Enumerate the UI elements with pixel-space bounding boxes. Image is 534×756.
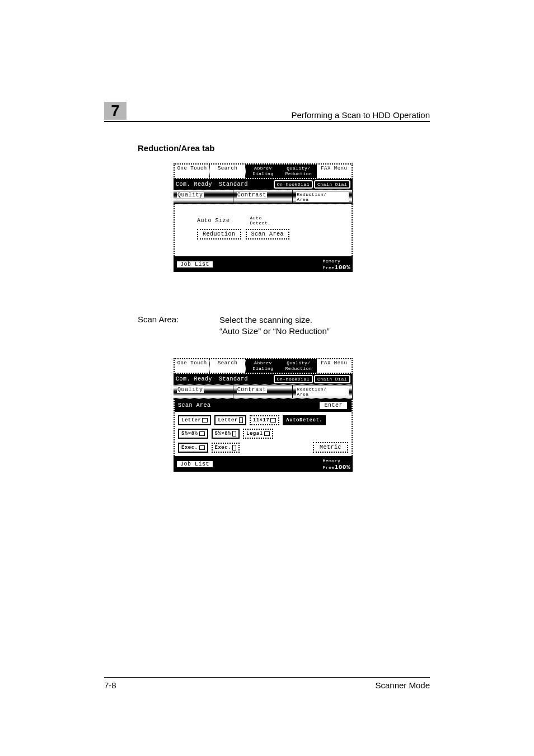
portrait-icon [232,431,236,436]
tab-search-2[interactable]: Search [210,359,245,373]
reduction-button[interactable]: Reduction [197,229,241,240]
page-number: 7-8 [104,680,116,690]
size-letter-portrait[interactable]: Letter [214,415,246,425]
sub-tabs-2: Quality Contrast Reduction/Area [174,384,353,399]
footer-title: Scanner Mode [375,680,430,690]
tab-fax-menu[interactable]: FAX Menu [317,165,352,178]
enter-button[interactable]: Enter [318,401,348,410]
desc-label: Scan Area: [138,314,199,337]
size-exec-landscape[interactable]: Exec. [178,443,208,453]
landscape-icon [264,431,270,436]
top-tabs: One Touch Search AbbrevDialing Quality/R… [174,163,353,179]
tab-search[interactable]: Search [210,165,245,178]
section-title: Reduction/Area tab [138,143,215,153]
tab-quality-reduction[interactable]: Quality/Reduction [281,165,316,178]
top-tabs-2: One Touch Search AbbrevDialing Quality/R… [174,358,353,374]
onhook-pill-2[interactable]: On-hookDial [274,375,313,383]
job-list-button-2[interactable]: Job List [176,460,214,468]
landscape-icon [199,431,205,436]
subtab-quality-2[interactable]: Quality [174,385,233,398]
size-11x17[interactable]: 11×17 [250,415,280,425]
header-rule [104,121,430,122]
auto-size-label: Auto Size [197,218,230,224]
auto-detect-button[interactable]: AutoDetect. [283,415,326,425]
memory-free-value: 100% [335,264,350,271]
chaindial-pill-2[interactable]: Chain Dial [314,375,350,383]
subtab-quality[interactable]: Quality [174,190,233,204]
footer-rule [104,677,430,678]
subtab-contrast[interactable]: Contrast [233,190,293,204]
chapter-number-box: 7 [104,102,127,120]
status-bar: Com. Ready Standard On-hookDial Chain Di… [174,179,353,190]
lcd-screenshot-1: One Touch Search AbbrevDialing Quality/R… [174,163,353,272]
tab-fax-menu-2[interactable]: FAX Menu [317,359,352,373]
tab-onetouch[interactable]: One Touch [175,165,210,178]
subtab-reduction-area-2[interactable]: Reduction/Area [293,385,353,398]
size-halfletter-landscape[interactable]: 5½×8½ [178,429,208,439]
subtab-reduction-area[interactable]: Reduction/Area [293,190,353,204]
auto-detect-label: AutoDetect. [250,215,271,226]
header-title: Performing a Scan to HDD Operation [291,110,430,120]
page-footer: 7-8 Scanner Mode [104,680,430,690]
tab-onetouch-2[interactable]: One Touch [175,359,210,373]
chapter-number: 7 [111,102,120,120]
portrait-icon [239,417,243,423]
tab-abbrev-dialing-2[interactable]: AbbrevDialing [246,359,281,373]
landscape-icon [270,418,276,422]
scan-area-title: Scan Area [178,402,211,408]
panel-footer: Job List MemoryFree100% [174,256,353,272]
status-bar-2: Com. Ready Standard On-hookDial Chain Di… [174,374,353,384]
landscape-icon [202,418,208,422]
status-text-2: Com. Ready [176,376,212,382]
size-halfletter-portrait[interactable]: 5½×8½ [212,429,240,439]
onhook-pill[interactable]: On-hookDial [274,180,313,189]
job-list-button[interactable]: Job List [176,260,214,269]
panel-footer-2: Job List MemoryFree100% [174,456,353,472]
memory-free-value-2: 100% [335,464,350,471]
scan-area-description: Scan Area: Select the scanning size. “Au… [138,314,429,337]
lcd-screenshot-2: One Touch Search AbbrevDialing Quality/R… [174,358,353,472]
size-legal[interactable]: Legal [243,429,273,439]
landscape-icon [199,445,205,450]
chaindial-pill[interactable]: Chain Dial [314,180,350,189]
size-exec-portrait[interactable]: Exec. [212,443,240,453]
scan-area-button[interactable]: Scan Area [246,229,290,240]
size-letter-landscape[interactable]: Letter [178,415,211,425]
status-text: Com. Ready [176,181,212,187]
tab-quality-reduction-2[interactable]: Quality/Reduction [281,359,316,373]
desc-line-1: Select the scanning size. [219,314,330,326]
status-mode-2: Standard [219,376,248,382]
status-mode: Standard [219,181,248,187]
metric-button[interactable]: Metric [313,442,348,453]
sub-tabs: Quality Contrast Reduction/Area [174,190,353,204]
portrait-icon [232,445,236,450]
tab-abbrev-dialing[interactable]: AbbrevDialing [246,165,281,178]
desc-line-2: “Auto Size” or “No Reduction” [219,326,330,337]
subtab-contrast-2[interactable]: Contrast [233,385,293,398]
